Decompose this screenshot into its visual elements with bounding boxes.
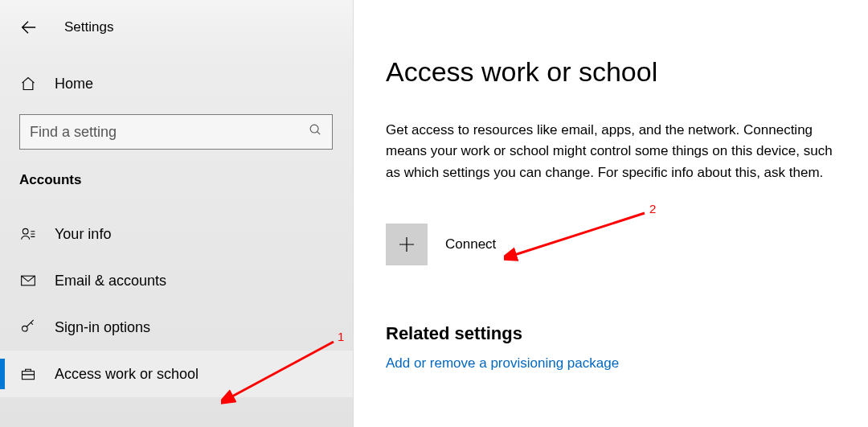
annotation-label-2: 2 [649,202,656,216]
svg-point-3 [23,326,28,331]
related-settings-heading: Related settings [386,323,845,344]
search-box[interactable] [19,114,333,150]
email-icon [19,272,37,289]
nav-label: Access work or school [55,366,199,383]
nav-list: Your info Email & accounts Sign-in optio… [0,211,353,397]
home-icon [19,75,37,92]
plus-icon [386,224,428,265]
connect-label: Connect [445,236,496,253]
nav-item-email[interactable]: Email & accounts [0,257,353,304]
main-pane: Access work or school Get access to reso… [354,0,868,427]
nav-item-signin[interactable]: Sign-in options [0,304,353,351]
category-heading: Accounts [0,172,353,188]
page-description: Get access to resources like email, apps… [386,120,845,183]
search-row [19,114,332,150]
nav-item-your-info[interactable]: Your info [0,211,353,257]
nav-label: Sign-in options [55,319,150,336]
back-icon[interactable] [19,18,37,36]
settings-sidebar: Settings Home Accounts Your info Email & [0,0,354,427]
svg-point-0 [310,125,318,133]
annotation-label-1: 1 [338,330,344,343]
home-nav[interactable]: Home [0,68,353,100]
nav-label: Your info [55,226,111,243]
svg-rect-4 [23,372,35,380]
nav-item-access-work-school[interactable]: Access work or school [0,351,353,397]
your-info-icon [19,225,37,243]
search-icon [309,123,322,141]
app-title: Settings [64,19,113,35]
svg-point-1 [23,228,28,234]
search-input[interactable] [30,124,278,141]
home-label: Home [55,76,93,92]
briefcase-icon [19,365,37,383]
header-row: Settings [0,0,353,40]
page-title: Access work or school [386,56,845,88]
provisioning-link[interactable]: Add or remove a provisioning package [386,355,845,372]
nav-label: Email & accounts [55,273,166,289]
connect-button[interactable]: Connect [386,224,496,265]
key-icon [19,318,37,336]
